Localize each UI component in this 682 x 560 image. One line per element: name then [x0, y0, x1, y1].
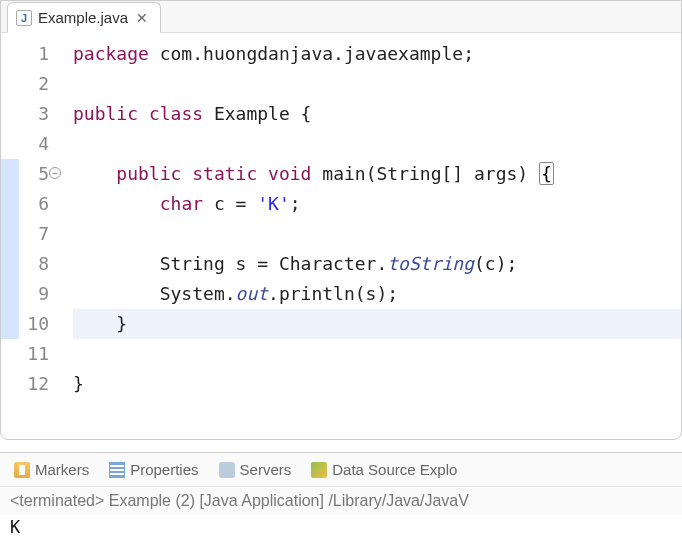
line-number: 2: [19, 69, 49, 99]
token-static-ref: out: [236, 283, 269, 304]
code-line[interactable]: String s = Character.toString(c);: [73, 249, 681, 279]
code-line[interactable]: package com.huongdanjava.javaexample;: [73, 39, 681, 69]
line-number: 7: [19, 219, 49, 249]
token-plain: System.: [73, 283, 236, 304]
marker-cell: [1, 39, 19, 69]
token-plain: [138, 103, 149, 124]
line-number: 3: [19, 99, 49, 129]
line-number: 8: [19, 249, 49, 279]
code-area[interactable]: 12345−6789101112 package com.huongdanjav…: [1, 33, 681, 439]
marker-cell: [1, 189, 19, 219]
code-line[interactable]: public static void main(String[] args) {: [73, 159, 681, 189]
java-file-icon: J: [16, 10, 32, 26]
code-line[interactable]: char c = 'K';: [73, 189, 681, 219]
token-kw: void: [268, 163, 311, 184]
marker-cell: [1, 69, 19, 99]
tab-markers[interactable]: Markers: [8, 459, 95, 480]
token-plain: [73, 163, 116, 184]
token-bracket-hl: {: [539, 162, 554, 185]
tab-servers-label: Servers: [240, 461, 292, 478]
marker-cell: [1, 99, 19, 129]
console-output: K: [0, 515, 682, 547]
token-plain: String s = Character.: [73, 253, 387, 274]
code-line[interactable]: [73, 219, 681, 249]
token-plain: Example {: [203, 103, 311, 124]
code-line[interactable]: }: [73, 309, 681, 339]
line-number: 11: [19, 339, 49, 369]
token-plain: [73, 193, 160, 214]
line-number: 6: [19, 189, 49, 219]
token-plain: com.huongdanjava.javaexample;: [149, 43, 474, 64]
marker-cell: [1, 219, 19, 249]
marker-cell: [1, 339, 19, 369]
tab-datasource[interactable]: Data Source Explo: [305, 459, 463, 480]
line-number: 10: [19, 309, 49, 339]
fold-icon[interactable]: −: [49, 167, 61, 179]
line-number: 4: [19, 129, 49, 159]
marker-cell: [1, 309, 19, 339]
tab-filename: Example.java: [38, 9, 128, 26]
marker-ruler: [1, 39, 19, 439]
token-plain: (c);: [474, 253, 517, 274]
tab-properties-label: Properties: [130, 461, 198, 478]
token-kw: static: [192, 163, 257, 184]
token-plain: .println(s);: [268, 283, 398, 304]
token-plain: }: [73, 313, 127, 334]
token-kw: public: [73, 103, 138, 124]
code-line[interactable]: System.out.println(s);: [73, 279, 681, 309]
line-number: 12: [19, 369, 49, 399]
marker-cell: [1, 159, 19, 189]
console-panel: Markers Properties Servers Data Source E…: [0, 452, 682, 547]
marker-cell: [1, 249, 19, 279]
token-kw: class: [149, 103, 203, 124]
token-plain: c =: [203, 193, 257, 214]
tab-bar: J Example.java ✕: [1, 1, 681, 33]
token-plain: ;: [290, 193, 301, 214]
editor-tab[interactable]: J Example.java ✕: [7, 2, 161, 33]
tab-servers[interactable]: Servers: [213, 459, 298, 480]
code-line[interactable]: [73, 69, 681, 99]
code-line[interactable]: }: [73, 369, 681, 399]
token-plain: }: [73, 373, 84, 394]
markers-icon: [14, 462, 30, 478]
line-number: 9: [19, 279, 49, 309]
code-content[interactable]: package com.huongdanjava.javaexample; pu…: [57, 39, 681, 439]
line-gutter: 12345−6789101112: [19, 39, 57, 439]
console-tab-bar: Markers Properties Servers Data Source E…: [0, 453, 682, 487]
token-plain: main(String[] args): [311, 163, 539, 184]
token-plain: [257, 163, 268, 184]
tab-properties[interactable]: Properties: [103, 459, 204, 480]
marker-cell: [1, 279, 19, 309]
code-line[interactable]: public class Example {: [73, 99, 681, 129]
console-status: <terminated> Example (2) [Java Applicati…: [0, 487, 682, 515]
tab-markers-label: Markers: [35, 461, 89, 478]
editor-pane: J Example.java ✕ 12345−6789101112 packag…: [0, 0, 682, 440]
line-number: 1: [19, 39, 49, 69]
datasource-icon: [311, 462, 327, 478]
servers-icon: [219, 462, 235, 478]
token-static-ref: toString: [387, 253, 474, 274]
properties-icon: [109, 462, 125, 478]
marker-cell: [1, 129, 19, 159]
close-icon[interactable]: ✕: [134, 10, 150, 26]
tab-datasource-label: Data Source Explo: [332, 461, 457, 478]
marker-cell: [1, 369, 19, 399]
token-kw: package: [73, 43, 149, 64]
code-line[interactable]: [73, 339, 681, 369]
token-kw: char: [160, 193, 203, 214]
token-str: 'K': [257, 193, 290, 214]
code-line[interactable]: [73, 129, 681, 159]
token-plain: [181, 163, 192, 184]
line-number: 5−: [19, 159, 49, 189]
token-kw: public: [116, 163, 181, 184]
